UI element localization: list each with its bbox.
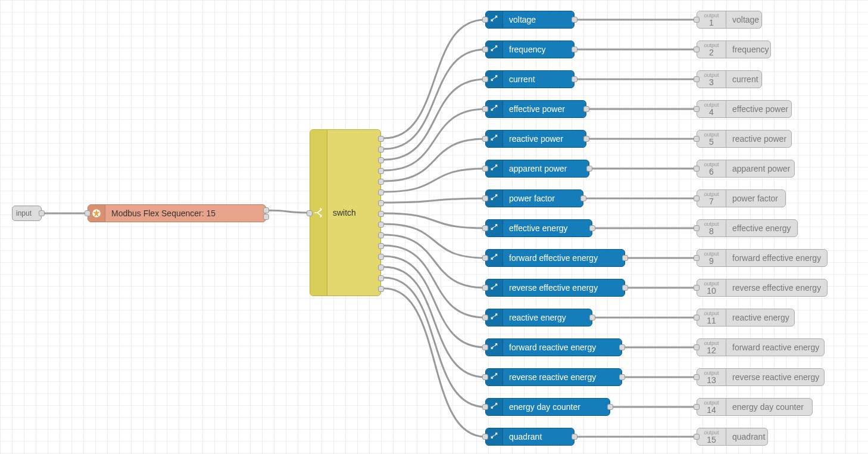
port-out[interactable]	[378, 254, 384, 260]
port-in[interactable]	[694, 374, 700, 380]
function-node[interactable]: current	[485, 70, 574, 88]
function-node[interactable]: power factor	[485, 189, 583, 207]
port-out[interactable]	[378, 179, 384, 185]
port-in[interactable]	[482, 255, 488, 261]
port-out[interactable]	[583, 136, 589, 142]
link-out-node[interactable]: output2frequency	[697, 41, 771, 58]
port-out[interactable]	[378, 243, 384, 249]
function-node[interactable]: energy day counter	[485, 398, 610, 416]
port-out[interactable]	[378, 232, 384, 238]
port-in[interactable]	[482, 285, 488, 291]
function-node[interactable]: effective energy	[485, 219, 592, 237]
port-in[interactable]	[85, 210, 90, 216]
port-out[interactable]	[378, 147, 384, 153]
function-node[interactable]: forward reactive energy	[485, 338, 622, 356]
link-out-node[interactable]: output15quadrant	[697, 428, 768, 446]
port-out[interactable]	[619, 374, 625, 380]
flow-canvas[interactable]: input Modbus Flex Sequencer: 15 switch v…	[0, 0, 868, 454]
port-out[interactable]	[378, 222, 384, 228]
port-in[interactable]	[694, 46, 700, 52]
port-in[interactable]	[482, 315, 488, 321]
port-in[interactable]	[482, 344, 488, 350]
link-out-node[interactable]: output12forward reactive energy	[697, 338, 825, 356]
link-out-node[interactable]: output9forward effective energy	[697, 249, 828, 267]
port-out[interactable]	[607, 404, 613, 410]
port-in[interactable]	[694, 106, 700, 112]
link-out-node[interactable]: output6apparent power	[697, 160, 795, 178]
function-node[interactable]: frequency	[485, 41, 574, 58]
link-out-node[interactable]: output14energy day counter	[697, 398, 813, 416]
port-in[interactable]	[694, 434, 700, 440]
port-in[interactable]	[482, 17, 488, 23]
function-node[interactable]: reactive energy	[485, 309, 592, 326]
port-out[interactable]	[589, 225, 595, 231]
port-in[interactable]	[694, 404, 700, 410]
link-out-node[interactable]: output11reactive energy	[697, 309, 795, 326]
link-out-node[interactable]: output1voltage	[697, 11, 762, 29]
port-out[interactable]	[572, 46, 577, 52]
port-out[interactable]	[619, 344, 625, 350]
port-in[interactable]	[482, 106, 488, 112]
function-node[interactable]: reverse effective energy	[485, 279, 625, 297]
switch-node[interactable]: switch	[310, 129, 381, 296]
port-in[interactable]	[694, 255, 700, 261]
port-in[interactable]	[694, 136, 700, 142]
port-out[interactable]	[378, 200, 384, 206]
port-in[interactable]	[482, 136, 488, 142]
port-in[interactable]	[694, 344, 700, 350]
modbus-sequencer-node[interactable]: Modbus Flex Sequencer: 15	[88, 204, 266, 222]
port-out[interactable]	[586, 166, 592, 172]
port-in[interactable]	[482, 434, 488, 440]
link-out-node[interactable]: output7power factor	[697, 189, 786, 207]
port-out[interactable]	[263, 214, 269, 220]
function-node[interactable]: quadrant	[485, 428, 574, 446]
port-out[interactable]	[572, 434, 577, 440]
port-out[interactable]	[378, 136, 384, 142]
port-in[interactable]	[307, 210, 313, 216]
port-in[interactable]	[482, 76, 488, 82]
port-in[interactable]	[694, 17, 700, 23]
port-in[interactable]	[482, 166, 488, 172]
port-in[interactable]	[482, 225, 488, 231]
port-in[interactable]	[482, 46, 488, 52]
port-in[interactable]	[694, 315, 700, 321]
port-in[interactable]	[694, 195, 700, 201]
port-out[interactable]	[378, 157, 384, 163]
port-out[interactable]	[622, 285, 628, 291]
port-out[interactable]	[378, 275, 384, 281]
function-node[interactable]: apparent power	[485, 160, 589, 178]
port-out[interactable]	[572, 17, 577, 23]
function-node[interactable]: reverse reactive energy	[485, 368, 622, 386]
port-in[interactable]	[482, 195, 488, 201]
link-out-node[interactable]: output3current	[697, 70, 762, 88]
port-in[interactable]	[694, 166, 700, 172]
port-in[interactable]	[694, 285, 700, 291]
function-node[interactable]: voltage	[485, 11, 574, 29]
port-out[interactable]	[580, 195, 586, 201]
port-out[interactable]	[378, 211, 384, 217]
link-out-node[interactable]: output5reactive power	[697, 130, 792, 148]
port-out[interactable]	[622, 255, 628, 261]
port-out[interactable]	[583, 106, 589, 112]
port-out[interactable]	[378, 286, 384, 292]
port-in[interactable]	[482, 404, 488, 410]
output-badge: output14	[697, 399, 726, 415]
link-out-node[interactable]: output8effective energy	[697, 219, 798, 237]
link-out-node[interactable]: output10reverse effective energy	[697, 279, 828, 297]
port-out[interactable]	[263, 207, 269, 213]
port-out[interactable]	[39, 210, 45, 216]
function-node[interactable]: effective power	[485, 100, 586, 118]
port-out[interactable]	[378, 189, 384, 195]
port-out[interactable]	[378, 265, 384, 270]
function-node[interactable]: reactive power	[485, 130, 586, 148]
port-in[interactable]	[482, 374, 488, 380]
port-out[interactable]	[378, 168, 384, 174]
port-in[interactable]	[694, 225, 700, 231]
function-node[interactable]: forward effective energy	[485, 249, 625, 267]
link-out-node[interactable]: output13reverse reactive energy	[697, 368, 825, 386]
link-in-node[interactable]: input	[12, 206, 42, 221]
port-out[interactable]	[572, 76, 577, 82]
link-out-node[interactable]: output4effective power	[697, 100, 792, 118]
port-out[interactable]	[589, 315, 595, 321]
port-in[interactable]	[694, 76, 700, 82]
